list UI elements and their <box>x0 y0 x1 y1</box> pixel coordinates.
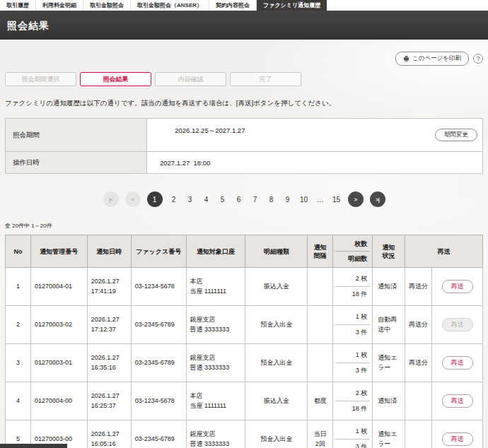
cell-target-account: 銀座支店 普通 3333333 <box>186 420 245 448</box>
cell-counts: 1 枚 3 件 <box>333 306 373 344</box>
page-button[interactable]: 3 <box>185 196 195 204</box>
cell-datetime: 2026.1.27 17:12:37 <box>87 306 131 344</box>
cell-mgmt-no: 01270004-00 <box>30 382 87 420</box>
print-page-button[interactable]: このページを印刷 <box>395 52 469 66</box>
page-ellipsis: … <box>315 196 325 204</box>
top-nav: 取引履歴 利用料金明細 取引金額照会 取引金額照会（ANSER） 契約内容照会 … <box>0 0 488 11</box>
tab-fax-notification-history[interactable]: ファクシミリ通知履歴 <box>257 0 327 11</box>
tab-amount-inquiry-anser[interactable]: 取引金額照会（ANSER） <box>131 0 209 11</box>
page-button[interactable]: 2 <box>169 196 179 204</box>
operation-datetime-label: 操作日時 <box>6 152 147 174</box>
page-tools: このページを印刷 ? <box>5 40 483 66</box>
cell-resend: 再送 <box>432 382 483 420</box>
cell-fax-number: 03-2345-6789 <box>131 420 186 448</box>
header-datetime: 通知日時 <box>87 235 131 268</box>
header-mgmt-no: 通知管理番号 <box>30 235 87 268</box>
resend-button[interactable]: 再送 <box>442 394 473 408</box>
page-button[interactable]: 10 <box>299 196 309 204</box>
results-table: No 通知管理番号 通知日時 ファックス番号 通知対象口座 明細種類 通知 間隔… <box>5 235 483 448</box>
cell-target-account: 本店 当座 1111111 <box>186 382 245 420</box>
cell-fax-number: 03-2345-6789 <box>131 306 186 344</box>
header-details: 明細数 <box>335 252 370 263</box>
cell-datetime: 2026.1.27 16:35:16 <box>87 344 131 382</box>
cell-no: 2 <box>6 306 31 344</box>
period-value: 2026.12.25～2027.1.27 <box>175 126 245 134</box>
cell-resend: 再送 <box>432 344 483 382</box>
cell-statement-type: 預金入出金 <box>245 420 308 448</box>
print-page-label: このページを印刷 <box>412 54 461 63</box>
cell-mgmt-no: 01270004-01 <box>30 268 87 306</box>
cell-statement-type: 預金入出金 <box>245 306 308 344</box>
cell-sheets: 1 枚 <box>335 312 370 326</box>
summary-table: 照会期間 2026.12.25～2027.1.27 期間変更 操作日時 2027… <box>5 118 483 174</box>
resend-button[interactable]: 再送 <box>442 356 473 370</box>
step-confirm: 内容確認 <box>155 72 226 86</box>
page-button[interactable]: 6 <box>234 196 244 204</box>
period-value-cell: 2026.12.25～2027.1.27 期間変更 <box>147 119 483 152</box>
page-button[interactable]: 8 <box>267 196 277 204</box>
cell-resend-note: 再送分 <box>405 268 432 306</box>
cell-interval <box>308 268 333 306</box>
step-complete: 完了 <box>230 72 301 86</box>
cell-details: 3 件 <box>335 440 370 448</box>
cell-interval: 当日 2回 <box>308 420 333 448</box>
resend-button-disabled: 再送 <box>442 318 473 331</box>
cell-statement-type: 振込入金 <box>245 268 308 306</box>
cell-sheets: 2 枚 <box>335 274 370 288</box>
page-button[interactable]: 5 <box>218 196 228 204</box>
header-target-account: 通知対象口座 <box>186 235 245 268</box>
tab-transaction-history[interactable]: 取引履歴 <box>0 0 36 11</box>
cell-counts: 2 枚 18 件 <box>333 268 373 306</box>
tab-amount-inquiry[interactable]: 取引金額照会 <box>83 0 131 11</box>
page-button[interactable]: 7 <box>250 196 260 204</box>
cell-resend: 再送 <box>432 420 483 448</box>
header-sheets: 枚数 <box>335 240 370 252</box>
cell-status: 通知済 <box>373 268 405 306</box>
page-button[interactable]: 15 <box>332 196 342 204</box>
page-button[interactable]: 9 <box>283 196 293 204</box>
cell-interval: 都度 <box>308 382 333 420</box>
cell-fax-number: 03-2345-6789 <box>131 344 186 382</box>
result-count: 全 20件中 1～20件 <box>5 222 483 230</box>
resend-button[interactable]: 再送 <box>442 280 473 293</box>
cell-target-account: 本店 当座 1111111 <box>186 268 245 306</box>
page-header: 照会結果 <box>0 11 488 40</box>
header-interval: 通知 間隔 <box>308 235 333 268</box>
cell-no: 1 <box>6 268 31 306</box>
cell-details: 3 件 <box>335 363 370 376</box>
cell-status: 自動再送中 <box>373 306 405 344</box>
cell-resend-note <box>405 382 432 420</box>
header-sheet-count: 枚数 明細数 <box>333 235 373 268</box>
header-resend: 再送 <box>405 235 483 268</box>
last-page-button[interactable]: >| <box>370 191 385 207</box>
cell-no: 3 <box>6 344 31 382</box>
cell-statement-type: 預金入出金 <box>245 344 308 382</box>
table-row: 4 01270004-00 2026.1.27 16:25:37 03-1234… <box>6 382 483 420</box>
cell-no: 4 <box>6 382 31 420</box>
summary-row-period: 照会期間 2026.12.25～2027.1.27 期間変更 <box>6 119 483 152</box>
cell-counts: 1 枚 3 件 <box>333 344 373 382</box>
change-period-button[interactable]: 期間変更 <box>435 129 477 141</box>
cell-resend-note <box>405 420 432 448</box>
tab-usage-fee-detail[interactable]: 利用料金明細 <box>36 0 83 11</box>
cell-status: 通知エラー <box>373 344 405 382</box>
resend-button[interactable]: 再送 <box>442 432 473 446</box>
next-page-button[interactable]: > <box>348 191 364 207</box>
cell-fax-number: 03-1234-5678 <box>131 382 186 420</box>
cell-resend: 再送 <box>432 268 483 306</box>
period-label: 照会期間 <box>6 119 147 152</box>
page-button-current: 1 <box>147 191 163 207</box>
step-indicator: 照会期間選択 照会結果 内容確認 完了 <box>5 72 483 86</box>
page-description: ファクシミリの通知履歴は以下の通りです。該当の通知を再送する場合は、[再送]ボタ… <box>5 99 483 108</box>
cell-mgmt-no: 01270003-01 <box>30 344 87 382</box>
header-status: 通知 状況 <box>373 235 405 268</box>
step-period-select: 照会期間選択 <box>5 72 76 86</box>
cell-status: 通知済 <box>373 382 405 420</box>
page-button[interactable]: 4 <box>202 196 211 204</box>
tab-contract-inquiry[interactable]: 契約内容照会 <box>209 0 257 11</box>
header-statement-type: 明細種類 <box>245 235 308 268</box>
cell-interval <box>308 344 333 382</box>
summary-row-datetime: 操作日時 2027.1.27 18:00 <box>6 152 483 174</box>
help-icon[interactable]: ? <box>473 54 483 64</box>
cell-datetime: 2026.1.27 17:41:19 <box>87 268 131 306</box>
